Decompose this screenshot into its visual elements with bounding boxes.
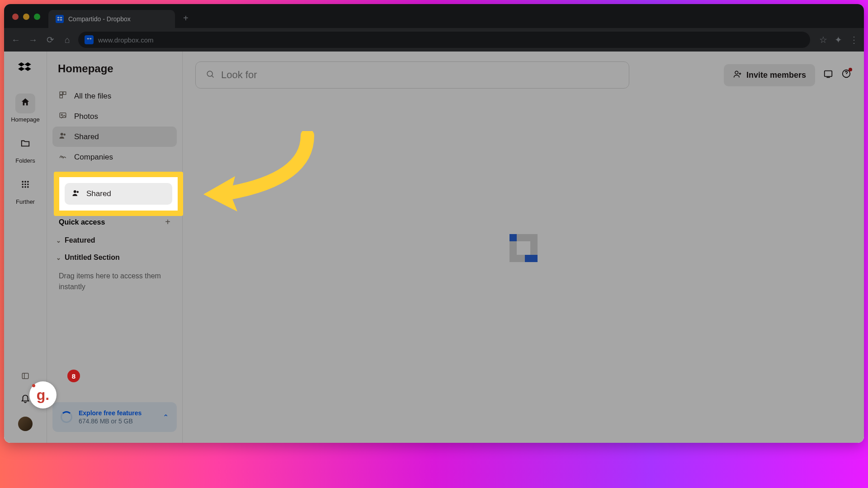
svg-point-1 bbox=[24, 181, 26, 183]
sidebar-item-photos[interactable]: Photos bbox=[52, 106, 177, 127]
svg-point-20 bbox=[735, 71, 738, 74]
forward-button[interactable]: → bbox=[27, 33, 39, 46]
svg-rect-11 bbox=[60, 92, 62, 94]
dropbox-favicon-icon bbox=[56, 15, 64, 23]
maximize-window-icon[interactable] bbox=[34, 14, 40, 20]
site-lock-icon bbox=[85, 35, 94, 44]
dropbox-logo-icon[interactable] bbox=[18, 60, 33, 77]
g-label: g. bbox=[37, 387, 49, 404]
shared-people-icon bbox=[72, 189, 80, 199]
svg-point-23 bbox=[74, 190, 76, 193]
quick-access-heading: Quick access bbox=[59, 218, 105, 226]
apps-grid-icon bbox=[21, 180, 30, 192]
svg-rect-12 bbox=[63, 92, 66, 94]
svg-point-3 bbox=[22, 183, 24, 185]
sidebar-title: Homepage bbox=[52, 62, 177, 86]
svg-point-4 bbox=[24, 183, 26, 185]
rail-homepage[interactable]: Homepage bbox=[9, 89, 41, 127]
svg-point-8 bbox=[27, 186, 29, 188]
chevron-down-icon: ⌄ bbox=[56, 254, 61, 261]
sidebar: Homepage All the files Photos Shared bbox=[47, 52, 183, 443]
invite-members-button[interactable]: Invite members bbox=[724, 64, 815, 86]
drag-hint-text: Drag items here to access them instantly bbox=[52, 266, 177, 297]
rail-label: Homepage bbox=[11, 116, 40, 123]
url-text: www.dropbox.com bbox=[98, 36, 154, 44]
invite-label: Invite members bbox=[746, 70, 806, 80]
svg-point-5 bbox=[27, 183, 29, 185]
chevron-down-icon: ⌄ bbox=[56, 237, 61, 244]
storage-meter-icon bbox=[61, 411, 72, 423]
tutorial-arrow-icon bbox=[194, 131, 321, 221]
extensions-icon[interactable]: ✦ bbox=[835, 34, 842, 45]
rail-label: Folders bbox=[15, 157, 35, 164]
browser-menu-icon[interactable]: ⋮ bbox=[849, 34, 859, 45]
rail-folders[interactable]: Folders bbox=[9, 130, 41, 169]
svg-point-2 bbox=[27, 181, 29, 183]
folder-icon bbox=[20, 138, 30, 151]
sidebar-item-label: Shared bbox=[74, 132, 99, 141]
sidebar-item-label: All the files bbox=[74, 92, 111, 101]
loading-spinner-icon bbox=[509, 234, 538, 262]
rail-further[interactable]: Further bbox=[9, 171, 41, 210]
top-bar: Look for Invite members bbox=[183, 52, 864, 99]
window-controls[interactable] bbox=[4, 14, 48, 28]
browser-tab[interactable]: Compartido - Dropbox bbox=[48, 10, 175, 28]
search-input[interactable]: Look for bbox=[195, 61, 629, 89]
chevron-up-icon: ⌃ bbox=[163, 413, 169, 422]
svg-point-15 bbox=[61, 114, 62, 116]
section-label: Featured bbox=[65, 236, 95, 244]
svg-point-19 bbox=[207, 71, 212, 76]
app-switcher-icon[interactable] bbox=[823, 69, 833, 81]
section-featured[interactable]: ⌄ Featured bbox=[52, 232, 177, 249]
add-quick-access-button[interactable]: + bbox=[165, 217, 170, 227]
svg-point-6 bbox=[22, 186, 24, 188]
svg-rect-21 bbox=[825, 71, 832, 77]
rail-label: Further bbox=[16, 198, 35, 205]
back-button[interactable]: ← bbox=[9, 33, 22, 46]
sidebar-item-all-files[interactable]: All the files bbox=[52, 86, 177, 106]
main-content: Look for Invite members bbox=[183, 52, 864, 443]
all-files-icon bbox=[59, 91, 68, 101]
minimize-window-icon[interactable] bbox=[23, 14, 29, 20]
upgrade-storage: 674.86 MB or 5 GB bbox=[79, 418, 156, 425]
svg-point-7 bbox=[24, 186, 26, 188]
collapse-sidebar-icon[interactable] bbox=[21, 372, 29, 382]
close-window-icon[interactable] bbox=[12, 14, 19, 20]
upgrade-title: Explore free features bbox=[79, 409, 156, 417]
dropbox-app: Homepage Folders Further bbox=[4, 52, 864, 443]
svg-point-17 bbox=[64, 134, 66, 136]
browser-toolbar: ← → ⟳ ⌂ www.dropbox.com ☆ ✦ ⋮ bbox=[4, 28, 864, 52]
search-placeholder: Look for bbox=[221, 69, 257, 81]
home-button[interactable]: ⌂ bbox=[61, 33, 74, 46]
home-icon bbox=[20, 97, 30, 110]
browser-tab-strip: Compartido - Dropbox + bbox=[4, 4, 864, 28]
sidebar-item-shared[interactable]: Shared bbox=[52, 127, 177, 147]
sidebar-item-companies[interactable]: Companies bbox=[52, 147, 177, 167]
invite-person-icon bbox=[733, 70, 742, 81]
svg-point-0 bbox=[22, 181, 24, 183]
help-icon[interactable] bbox=[841, 69, 851, 81]
photos-icon bbox=[59, 111, 68, 122]
tutorial-highlight: Shared bbox=[54, 172, 183, 216]
star-bookmark-icon[interactable]: ☆ bbox=[819, 34, 827, 45]
notifications-bell-icon[interactable] bbox=[20, 394, 30, 405]
svg-rect-13 bbox=[60, 95, 62, 98]
upgrade-card[interactable]: Explore free features 674.86 MB or 5 GB … bbox=[52, 402, 177, 432]
svg-point-24 bbox=[77, 191, 79, 193]
address-bar[interactable]: www.dropbox.com bbox=[78, 32, 810, 48]
svg-rect-9 bbox=[22, 373, 28, 379]
user-avatar[interactable] bbox=[18, 417, 33, 431]
tab-title: Compartido - Dropbox bbox=[68, 15, 131, 23]
new-tab-button[interactable]: + bbox=[175, 9, 197, 28]
search-icon bbox=[206, 70, 215, 81]
sidebar-item-label: Photos bbox=[74, 112, 98, 121]
badge-dot-icon bbox=[32, 384, 35, 387]
grammarly-fab[interactable]: g. 8 bbox=[29, 381, 57, 408]
reload-button[interactable]: ⟳ bbox=[44, 33, 57, 46]
shared-people-icon bbox=[59, 131, 68, 142]
section-untitled[interactable]: ⌄ Untitled Section bbox=[52, 249, 177, 266]
svg-point-16 bbox=[61, 133, 63, 136]
section-label: Untitled Section bbox=[65, 253, 120, 262]
highlight-label: Shared bbox=[86, 189, 111, 198]
sidebar-item-label: Companies bbox=[74, 153, 113, 162]
